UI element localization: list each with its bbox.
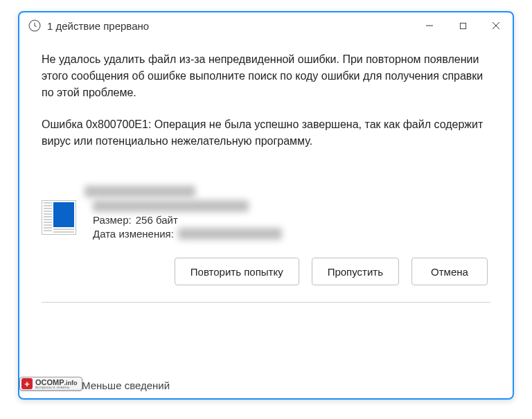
error-dialog: 1 действие прервано Не удалось удалить ф… xyxy=(18,11,514,400)
error-detail: Ошибка 0x800700E1: Операция не была успе… xyxy=(42,116,490,150)
window-controls xyxy=(413,13,513,38)
divider xyxy=(42,302,490,303)
error-message: Не удалось удалить файл из-за непредвиде… xyxy=(42,51,490,101)
minimize-button[interactable] xyxy=(413,13,446,38)
skip-button[interactable]: Пропустить xyxy=(312,258,399,285)
retry-button[interactable]: Повторить попытку xyxy=(175,258,299,285)
file-date-redacted xyxy=(178,228,282,240)
file-name-redacted xyxy=(85,186,195,197)
file-type-redacted xyxy=(93,200,249,212)
file-size-value: 256 байт xyxy=(136,214,178,226)
less-details-label: Меньше сведений xyxy=(82,380,170,391)
maximize-button[interactable] xyxy=(446,13,479,38)
clock-icon xyxy=(28,19,42,33)
watermark-badge: + OCOMP.info вопросы и ответы xyxy=(19,377,82,391)
file-date-label: Дата изменения: xyxy=(93,228,174,240)
cancel-button[interactable]: Отмена xyxy=(411,258,488,285)
plus-icon: + xyxy=(21,378,33,389)
details-toggle[interactable]: + OCOMP.info вопросы и ответы Меньше све… xyxy=(19,373,513,398)
file-info-block: Размер: 256 байт Дата изменения: xyxy=(42,186,490,240)
dialog-title: 1 действие прервано xyxy=(47,20,413,32)
button-row: Повторить попытку Пропустить Отмена xyxy=(42,258,490,285)
file-type-icon xyxy=(42,200,76,235)
close-button[interactable] xyxy=(479,13,513,38)
titlebar: 1 действие прервано xyxy=(19,12,513,39)
file-size-row: Размер: 256 байт xyxy=(93,214,282,226)
file-size-label: Размер: xyxy=(93,214,132,226)
dialog-content: Не удалось удалить файл из-за непредвиде… xyxy=(19,39,513,373)
svg-rect-1 xyxy=(460,23,466,28)
file-date-row: Дата изменения: xyxy=(93,228,282,240)
